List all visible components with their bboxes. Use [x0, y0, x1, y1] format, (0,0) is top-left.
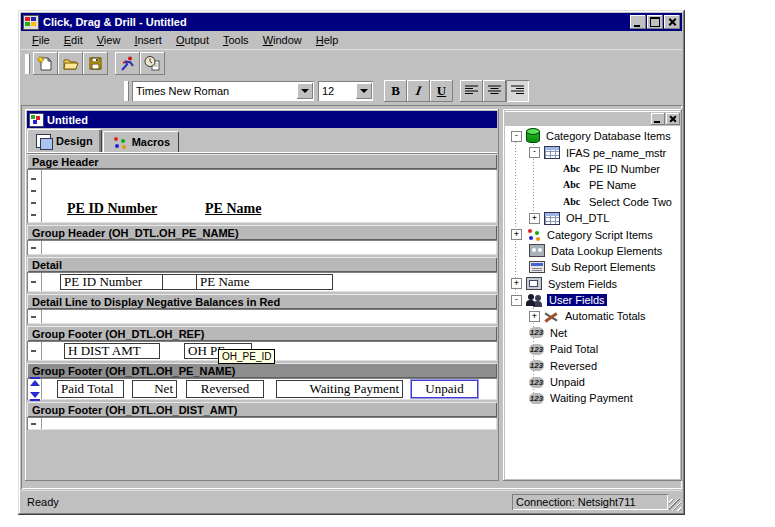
band-header-group-footer-ref[interactable]: Group Footer (OH_DTL.OH_REF)	[27, 326, 497, 341]
maximize-button[interactable]	[647, 15, 663, 29]
align-right-button[interactable]	[506, 80, 529, 102]
tree-item-select-code-two[interactable]: Select Code Two	[505, 194, 680, 210]
collapse-box-icon[interactable]: -	[511, 295, 522, 306]
tree-item-net[interactable]: Net	[505, 325, 680, 341]
tree-item-category-database-items[interactable]: - Category Database Items	[505, 128, 680, 144]
expand-box-icon[interactable]: +	[511, 278, 522, 289]
field-reversed[interactable]: Reversed	[186, 380, 264, 398]
format-toolbar-grip[interactable]	[124, 81, 129, 101]
tree-item-oh-dtl[interactable]: + OH_DTL	[505, 210, 680, 226]
field-spacer[interactable]	[162, 274, 197, 290]
font-size-combobox[interactable]: 12	[318, 81, 373, 101]
minimize-button[interactable]	[630, 15, 646, 29]
menu-insert[interactable]: Insert	[127, 32, 169, 48]
band-header-page-header[interactable]: Page Header	[27, 154, 497, 169]
script-icon	[526, 228, 541, 241]
document-titlebar: Untitled	[27, 111, 497, 128]
menu-help[interactable]: Help	[309, 32, 346, 48]
underline-button[interactable]: U	[430, 80, 453, 102]
tree-item-category-script-items[interactable]: + Category Script Items	[505, 226, 680, 242]
bold-button[interactable]: B	[384, 80, 407, 102]
align-center-button[interactable]	[483, 80, 506, 102]
band-content-page-header[interactable]: PE ID Number PE Name	[27, 169, 497, 223]
band-header-group-footer-pe-name[interactable]: Group Footer (OH_DTL.OH_PE_NAME)	[27, 363, 497, 378]
font-name-combobox[interactable]: Times New Roman	[132, 81, 314, 101]
tree-item-automatic-totals[interactable]: + Automatic Totals	[505, 308, 680, 324]
band-header-detail[interactable]: Detail	[27, 257, 497, 272]
font-size-dropdown-button[interactable]	[356, 83, 372, 99]
band-header-detail-negative[interactable]: Detail Line to Display Negative Balances…	[27, 294, 497, 309]
new-document-icon	[37, 55, 54, 72]
menu-window[interactable]: Window	[256, 32, 309, 48]
number-field-icon	[529, 377, 544, 388]
save-button[interactable]	[83, 52, 108, 75]
tree-item-unpaid[interactable]: Unpaid	[505, 374, 680, 390]
tab-macros[interactable]: Macros	[103, 131, 180, 152]
band-header-group-header-pe-name[interactable]: Group Header (OH_DTL.OH_PE_NAME)	[27, 225, 497, 240]
tree-item-pe-id-number[interactable]: PE ID Number	[505, 161, 680, 177]
tree-item-paid-total[interactable]: Paid Total	[505, 341, 680, 357]
band-content-group-header[interactable]	[27, 240, 497, 255]
band-header-group-footer-dist-amt[interactable]: Group Footer (OH_DTL.OH_DIST_AMT)	[27, 402, 497, 417]
band-content-detail-negative[interactable]	[27, 309, 497, 324]
tree-item-reversed[interactable]: Reversed	[505, 357, 680, 373]
tree-item-label: PE ID Number	[587, 163, 662, 175]
menu-tools[interactable]: Tools	[216, 32, 256, 48]
tree-item-pe-name[interactable]: PE Name	[505, 177, 680, 193]
band-content-detail[interactable]: PE ID Number PE Name	[27, 272, 497, 292]
close-button[interactable]	[664, 15, 680, 29]
ruler-tick	[31, 350, 36, 352]
system-fields-icon	[526, 277, 542, 290]
tree-item-label: IFAS pe_name_mstr	[564, 147, 668, 159]
italic-button[interactable]: I	[407, 80, 430, 102]
tree-item-sub-report-elements[interactable]: Sub Report Elements	[505, 259, 680, 275]
field-tooltip: OH_PE_ID	[218, 349, 275, 364]
open-button[interactable]	[58, 52, 83, 75]
field-net[interactable]: Net	[132, 380, 177, 398]
field-waiting-payment[interactable]: Waiting Payment	[276, 380, 403, 398]
schedule-button[interactable]	[140, 52, 165, 75]
resize-grip[interactable]	[669, 499, 681, 511]
panel-minimize-button[interactable]	[651, 113, 665, 125]
underline-icon: U	[437, 83, 446, 99]
field-unpaid-selected[interactable]: Unpaid	[411, 380, 478, 398]
tree-item-user-fields[interactable]: - User Fields	[505, 292, 680, 308]
tree-item-data-lookup-elements[interactable]: Data Lookup Elements	[505, 243, 680, 259]
tabstrip: Design Macros	[27, 130, 497, 153]
expand-box-icon[interactable]: +	[529, 213, 540, 224]
tree-item-label: Sub Report Elements	[549, 261, 658, 273]
tree-item-system-fields[interactable]: + System Fields	[505, 276, 680, 292]
menu-file[interactable]: File	[25, 32, 57, 48]
align-left-button[interactable]	[460, 80, 483, 102]
menu-view[interactable]: View	[90, 32, 128, 48]
panel-close-button[interactable]	[666, 113, 680, 125]
subreport-icon	[529, 261, 545, 273]
expand-box-icon[interactable]: +	[511, 229, 522, 240]
band-resize-up-icon[interactable]	[30, 380, 40, 386]
expand-box-icon[interactable]: +	[529, 311, 540, 322]
tab-design[interactable]: Design	[27, 129, 102, 152]
field-pe-id-number[interactable]: PE ID Number	[60, 274, 163, 290]
band-resize-down-icon[interactable]	[30, 392, 40, 398]
run-button[interactable]	[115, 52, 140, 75]
tree-item-label: Category Script Items	[545, 229, 655, 241]
column-heading-pe-id-number[interactable]: PE ID Number	[67, 201, 157, 217]
band-content-group-footer-pe-name[interactable]: Paid Total Net Reversed Waiting Payment …	[27, 378, 497, 400]
font-name-dropdown-button[interactable]	[297, 83, 313, 99]
menu-output[interactable]: Output	[169, 32, 216, 48]
field-explorer-header[interactable]	[505, 111, 680, 127]
tree-item-waiting-payment[interactable]: Waiting Payment	[505, 390, 680, 406]
toolbar-grip[interactable]	[25, 54, 30, 74]
field-dist-amt[interactable]: H DIST AMT	[64, 343, 160, 359]
band-content-group-footer-dist-amt[interactable]	[27, 417, 497, 430]
tree-item-ifas-pe-name-mstr[interactable]: - IFAS pe_name_mstr	[505, 144, 680, 160]
field-pe-name[interactable]: PE Name	[196, 274, 333, 290]
field-paid-total[interactable]: Paid Total	[57, 380, 124, 398]
new-button[interactable]	[33, 52, 58, 75]
collapse-box-icon[interactable]: -	[529, 147, 540, 158]
column-heading-pe-name[interactable]: PE Name	[205, 201, 261, 217]
band-content-group-footer-ref[interactable]: H DIST AMT OH PE OH_PE_ID	[27, 341, 497, 361]
field-explorer-panel: - Category Database Items - IFAS pe_name…	[503, 109, 682, 481]
menu-edit[interactable]: Edit	[57, 32, 90, 48]
collapse-box-icon[interactable]: -	[511, 131, 522, 142]
